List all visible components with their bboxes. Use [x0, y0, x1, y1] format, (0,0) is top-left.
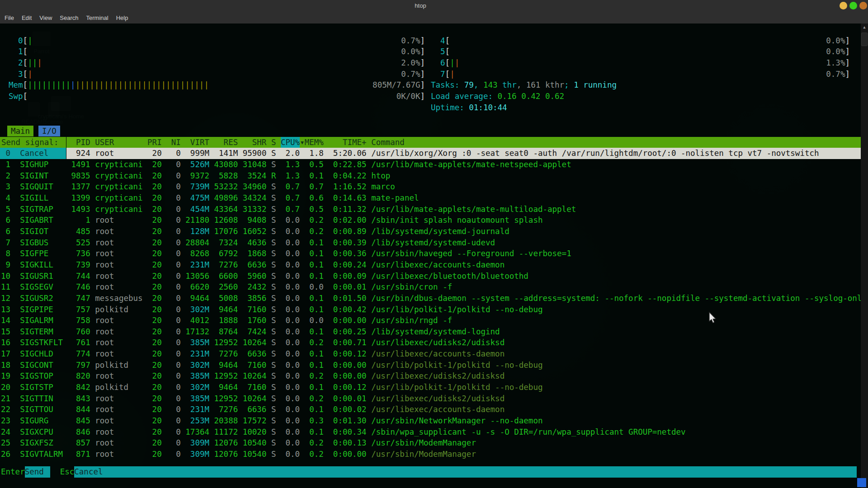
column-header-cpu[interactable]: CPU%: [281, 137, 300, 148]
column-gap: [238, 348, 243, 360]
process-row[interactable]: 1 root 20 0 21180 12608 9408 S 0.0 0.2 0…: [66, 215, 861, 226]
column-gap: [181, 337, 186, 348]
column-header-shr[interactable]: SHR: [243, 137, 267, 148]
process-row[interactable]: 924 root 20 0 999M 141M 95900 S 2.0 1.8 …: [66, 148, 861, 159]
signal-item-sigiot[interactable]: 6 SIGIOT: [0, 226, 66, 237]
column-header-user[interactable]: USER: [95, 137, 142, 148]
signal-item-cancel[interactable]: 0 Cancel: [0, 148, 66, 159]
column-header-pid[interactable]: PID: [66, 137, 90, 148]
process-row[interactable]: 843 root 20 0 385M 12952 10264 S 0.0 0.2…: [66, 393, 861, 404]
signal-item-sigvtalrm[interactable]: 26 SIGVTALRM: [0, 449, 66, 460]
column-gap: [238, 159, 243, 170]
cell-shr: 4636: [243, 237, 267, 249]
signal-item-sigquit[interactable]: 3 SIGQUIT: [0, 181, 66, 192]
cell-ni: 0: [166, 304, 181, 315]
cell-ni: 0: [166, 248, 181, 259]
process-row[interactable]: 797 polkitd 20 0 302M 9464 7160 S 0.0 0.…: [66, 360, 861, 371]
process-row[interactable]: 1493 crypticani 20 0 454M 43364 31332 S …: [66, 204, 861, 215]
menu-item-edit[interactable]: Edit: [20, 14, 33, 22]
process-row[interactable]: 846 root 20 0 17364 11172 10020 S 0.0 0.…: [66, 427, 861, 438]
column-header-pri[interactable]: PRI: [147, 137, 162, 148]
tab-main[interactable]: Main: [7, 126, 33, 136]
signal-item-sigttin[interactable]: 21 SIGTTIN: [0, 393, 66, 404]
process-row[interactable]: 760 root 20 0 17132 8764 7424 S 0.0 0.1 …: [66, 326, 861, 338]
process-row[interactable]: 9835 crypticani 20 0 9372 5828 3524 R 1.…: [66, 170, 861, 182]
menu-item-file[interactable]: File: [3, 14, 16, 22]
process-row[interactable]: 757 polkitd 20 0 302M 9464 7160 S 0.0 0.…: [66, 304, 861, 315]
process-row[interactable]: 525 root 20 0 28804 7324 4636 S 0.0 0.1 …: [66, 237, 861, 249]
signal-item-sigxcpu[interactable]: 24 SIGXCPU: [0, 427, 66, 438]
signal-item-sigalrm[interactable]: 14 SIGALRM: [0, 315, 66, 326]
process-row[interactable]: 746 root 20 0 6620 2560 2432 S 0.0 0.0 0…: [66, 282, 861, 293]
process-row[interactable]: 774 root 20 0 231M 7276 6636 S 0.0 0.1 0…: [66, 348, 861, 360]
process-row[interactable]: 844 root 20 0 231M 7276 6636 S 0.0 0.1 0…: [66, 404, 861, 415]
cpu-meter-2: 2[|||2.0%]: [9, 57, 425, 69]
column-header-time[interactable]: TIME+: [328, 137, 366, 148]
signal-item-sigpipe[interactable]: 13 SIGPIPE: [0, 304, 66, 315]
menu-item-terminal[interactable]: Terminal: [85, 14, 110, 22]
process-row[interactable]: 842 polkitd 20 0 302M 9464 7160 S 0.0 0.…: [66, 382, 861, 393]
footer-action-cancel[interactable]: Cancel: [74, 466, 857, 478]
process-row[interactable]: 485 root 20 0 128M 17076 16052 S 0.0 0.2…: [66, 226, 861, 237]
window-button-close-icon[interactable]: [859, 2, 867, 9]
process-row[interactable]: 744 root 20 0 13056 6600 5960 S 0.0 0.1 …: [66, 271, 861, 282]
signal-item-sigtrap[interactable]: 5 SIGTRAP: [0, 204, 66, 215]
signal-item-sigusr1[interactable]: 10 SIGUSR1: [0, 271, 66, 282]
menu-item-view[interactable]: View: [38, 14, 54, 22]
process-row[interactable]: 820 root 20 0 385M 12952 10264 S 0.0 0.2…: [66, 371, 861, 382]
signal-item-sigint[interactable]: 2 SIGINT: [0, 170, 66, 182]
signal-item-sigchld[interactable]: 17 SIGCHLD: [0, 348, 66, 360]
signal-item-sigfpe[interactable]: 8 SIGFPE: [0, 248, 66, 259]
column-header-mem[interactable]: MEM%: [305, 137, 324, 148]
signal-item-sigabrt[interactable]: 6 SIGABRT: [0, 215, 66, 226]
menu-item-search[interactable]: Search: [58, 14, 80, 22]
menu-item-help[interactable]: Help: [114, 14, 130, 22]
process-row[interactable]: 761 root 20 0 385M 12952 10264 S 0.0 0.2…: [66, 337, 861, 348]
process-row[interactable]: 1377 crypticani 20 0 739M 53232 34960 S …: [66, 181, 861, 192]
column-header-ni[interactable]: NI: [166, 137, 181, 148]
cell-pid: 871: [66, 449, 90, 460]
signal-item-sighup[interactable]: 1 SIGHUP: [0, 159, 66, 170]
cell-virt: 21180: [185, 215, 209, 226]
signal-item-sigusr2[interactable]: 12 SIGUSR2: [0, 293, 66, 304]
scroll-up-icon[interactable]: ▲: [861, 25, 868, 29]
process-row[interactable]: 1491 crypticani 20 0 526M 43080 31048 S …: [66, 159, 861, 170]
window-buttons[interactable]: [840, 2, 867, 9]
meter-value: 0.0%]: [826, 46, 850, 57]
process-row[interactable]: 747 messagebus 20 0 9464 5008 3856 S 0.0…: [66, 293, 861, 304]
signal-item-sigbus[interactable]: 7 SIGBUS: [0, 237, 66, 249]
signal-item-sigtstp[interactable]: 20 SIGTSTP: [0, 382, 66, 393]
column-header-cmd[interactable]: Command: [371, 137, 405, 148]
footer-action-send[interactable]: Send: [25, 466, 50, 478]
window-button-maximize-icon[interactable]: [849, 2, 857, 9]
signal-item-sigterm[interactable]: 15 SIGTERM: [0, 326, 66, 338]
signal-item-sigttou[interactable]: 22 SIGTTOU: [0, 404, 66, 415]
signal-item-sigill[interactable]: 4 SIGILL: [0, 192, 66, 204]
scrollbar-thumb[interactable]: [861, 33, 868, 46]
column-header-virt[interactable]: VIRT: [185, 137, 209, 148]
signal-item-sigxfsz[interactable]: 25 SIGXFSZ: [0, 437, 66, 449]
signal-item-sigurg[interactable]: 23 SIGURG: [0, 415, 66, 427]
signal-item-sigstop[interactable]: 19 SIGSTOP: [0, 371, 66, 382]
process-row[interactable]: 739 root 20 0 231M 7276 6636 S 0.0 0.1 0…: [66, 259, 861, 271]
scrollbar[interactable]: ▲: [861, 23, 868, 488]
signal-name: SIGURG: [10, 416, 48, 425]
cell-pri: 20: [147, 148, 162, 159]
window-button-minimize-icon[interactable]: [840, 2, 847, 9]
column-gap: [143, 315, 148, 326]
process-row[interactable]: 857 root 20 0 309M 12076 10540 S 0.0 0.2…: [66, 437, 861, 449]
window-titlebar[interactable]: htop: [0, 0, 868, 12]
signal-item-sigstkflt[interactable]: 16 SIGSTKFLT: [0, 337, 66, 348]
signal-item-sigkill[interactable]: 9 SIGKILL: [0, 259, 66, 271]
process-row[interactable]: 736 root 20 0 8268 6792 1868 S 0.0 0.1 0…: [66, 248, 861, 259]
cell-ni: 0: [166, 148, 181, 159]
process-row[interactable]: 1399 crypticani 20 0 475M 49896 34324 S …: [66, 192, 861, 204]
process-row[interactable]: 758 root 20 0 4012 1888 1760 S 0.0 0.0 0…: [66, 315, 861, 326]
process-row[interactable]: 845 root 20 0 253M 20388 17572 S 0.0 0.3…: [66, 415, 861, 427]
signal-item-sigsegv[interactable]: 11 SIGSEGV: [0, 282, 66, 293]
column-header-s[interactable]: S: [271, 137, 276, 148]
column-header-res[interactable]: RES: [214, 137, 238, 148]
process-row[interactable]: 871 root 20 0 309M 12076 10540 S 0.0 0.2…: [66, 449, 861, 460]
signal-item-sigcont[interactable]: 18 SIGCONT: [0, 360, 66, 371]
tab-io[interactable]: I/O: [38, 126, 60, 136]
